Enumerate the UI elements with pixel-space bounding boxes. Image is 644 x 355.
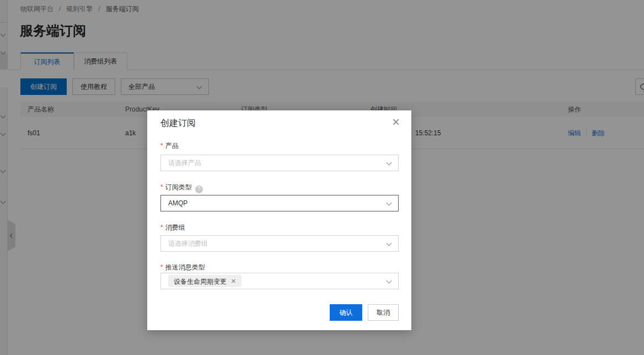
consumer-group-field-label: *消费组 xyxy=(160,223,185,232)
dialog-title: 创建订阅 xyxy=(160,118,196,129)
chevron-down-icon xyxy=(387,241,392,246)
product-select[interactable]: 请选择产品 xyxy=(160,155,399,171)
consumer-group-placeholder: 请选择消费组 xyxy=(168,240,208,247)
confirm-button[interactable]: 确认 xyxy=(330,304,362,321)
message-type-tag: 设备生命周期变更× xyxy=(168,275,242,287)
product-field-label: *产品 xyxy=(160,141,179,151)
cancel-button[interactable]: 取消 xyxy=(368,304,399,321)
consumer-group-select[interactable]: 请选择消费组 xyxy=(160,235,399,252)
dialog-footer: 确认 取消 xyxy=(147,304,411,321)
required-mark: * xyxy=(160,142,163,150)
chevron-down-icon xyxy=(387,200,392,206)
chevron-down-icon xyxy=(387,160,392,166)
required-mark: * xyxy=(160,183,163,191)
push-message-type-field-label: *推送消息类型 xyxy=(160,263,205,272)
tag-remove-icon[interactable]: × xyxy=(231,276,236,285)
help-icon[interactable]: ? xyxy=(195,186,203,193)
subscription-type-select[interactable]: AMQP xyxy=(160,195,399,211)
required-mark: * xyxy=(160,263,163,271)
subscription-type-field-label: *订阅类型? xyxy=(160,183,203,193)
push-message-type-select[interactable]: 设备生命周期变更× xyxy=(160,273,399,289)
product-select-placeholder: 请选择产品 xyxy=(168,159,201,167)
create-subscription-dialog: 创建订阅 × *产品 请选择产品 *订阅类型? AMQP *消费组 请选择消费组… xyxy=(147,110,411,330)
close-icon[interactable]: × xyxy=(392,115,400,129)
required-mark: * xyxy=(160,224,163,231)
subscription-type-value: AMQP xyxy=(168,199,187,207)
chevron-down-icon xyxy=(387,278,392,284)
